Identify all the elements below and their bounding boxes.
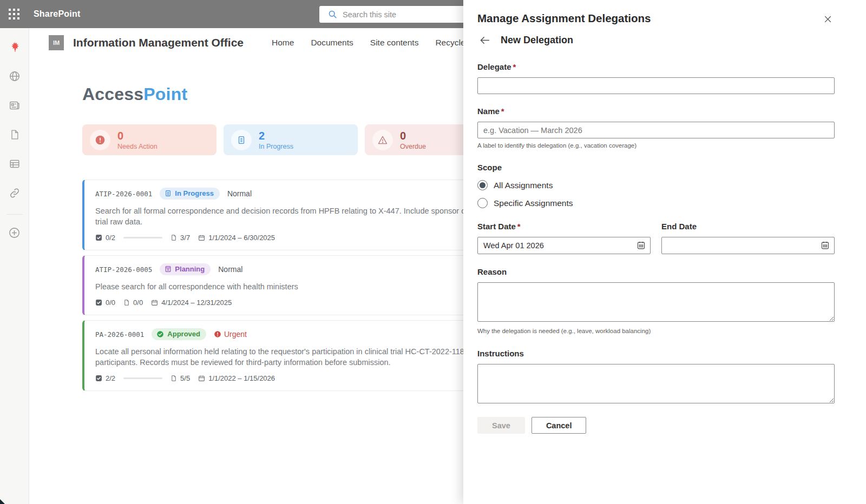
reason-textarea[interactable] <box>477 282 835 322</box>
close-button[interactable] <box>821 12 835 26</box>
docs-count: 5/5 <box>170 374 190 382</box>
page-icon <box>170 234 177 241</box>
rail-divider <box>6 214 23 215</box>
calendar-picker-icon[interactable] <box>821 241 830 250</box>
required-asterisk: * <box>513 62 516 71</box>
radio-specific-assignments[interactable]: Specific Assignments <box>477 198 835 208</box>
nav-documents[interactable]: Documents <box>311 38 353 48</box>
calendar-icon <box>198 234 205 241</box>
delegate-label: Delegate* <box>477 62 835 71</box>
start-date-group: Start Date* <box>477 222 651 254</box>
news-icon[interactable] <box>5 96 24 115</box>
page-icon <box>170 375 177 382</box>
name-label: Name* <box>477 107 835 116</box>
task-id: ATIP-2026-0001 <box>95 190 152 198</box>
stat-label: Overdue <box>400 143 426 150</box>
date-range: 1/1/2022 – 1/15/2026 <box>198 374 275 382</box>
required-asterisk: * <box>517 222 521 231</box>
delegate-input[interactable] <box>477 77 835 94</box>
app-title: SharePoint <box>34 9 80 19</box>
cancel-button[interactable]: Cancel <box>532 417 587 434</box>
panel-subtitle: New Delegation <box>501 35 573 46</box>
reason-label: Reason <box>477 267 835 276</box>
start-date-input[interactable] <box>477 237 651 254</box>
end-date-input[interactable] <box>661 237 835 254</box>
search-icon <box>328 10 337 19</box>
docs-count: 0/0 <box>123 299 143 307</box>
back-arrow-icon <box>479 35 490 46</box>
scope-group: Scope All Assignments Specific Assignmen… <box>477 163 835 208</box>
checkbox-icon <box>95 375 102 382</box>
table-icon[interactable] <box>5 155 24 173</box>
urgent-icon <box>214 330 221 338</box>
site-nav: Home Documents Site contents Recycle bin <box>272 38 479 48</box>
required-asterisk: * <box>501 107 504 116</box>
stat-in-progress[interactable]: 2 In Progress <box>224 124 358 155</box>
add-icon[interactable] <box>5 223 24 242</box>
checklist-count: 2/2 <box>95 374 115 382</box>
bottom-left-artifact <box>0 499 5 504</box>
start-date-label: Start Date* <box>477 222 651 231</box>
task-id: PA-2026-0001 <box>95 330 144 339</box>
name-input[interactable] <box>477 122 835 138</box>
reason-hint: Why the delegation is needed (e.g., leav… <box>477 328 835 334</box>
delegation-form: Delegate* Name* A label to identify this… <box>477 62 835 434</box>
date-range: 4/1/2024 – 12/31/2025 <box>151 299 232 307</box>
end-date-label: End Date <box>661 222 835 231</box>
stat-label: In Progress <box>259 143 293 150</box>
left-rail <box>0 28 29 504</box>
site-avatar[interactable]: IM <box>49 35 64 50</box>
clipboard-icon <box>165 266 172 273</box>
stat-label: Needs Action <box>117 143 158 150</box>
date-row: Start Date* End Date <box>477 222 835 254</box>
end-date-group: End Date <box>661 222 835 254</box>
task-id: ATIP-2026-0005 <box>95 266 152 274</box>
error-circle-icon <box>90 130 110 150</box>
status-badge: In Progress <box>160 188 220 200</box>
calendar-icon <box>198 375 205 382</box>
priority-label: Normal <box>218 265 242 274</box>
instructions-label: Instructions <box>477 349 835 358</box>
page-icon <box>123 299 130 306</box>
instructions-group: Instructions <box>477 349 835 406</box>
name-hint: A label to identify this delegation (e.g… <box>477 142 835 149</box>
nav-site-contents[interactable]: Site contents <box>370 38 419 48</box>
delegation-panel: Manage Assignment Delegations New Delega… <box>463 0 866 504</box>
checklist-count: 0/0 <box>95 299 115 307</box>
close-icon <box>824 15 832 23</box>
back-button[interactable] <box>477 33 491 47</box>
panel-title: Manage Assignment Delegations <box>477 12 651 25</box>
site-title[interactable]: Information Management Office <box>73 36 244 49</box>
progress-bar <box>123 237 162 238</box>
check-circle-icon <box>156 330 164 338</box>
stat-count: 0 <box>117 130 158 142</box>
instructions-textarea[interactable] <box>477 364 835 403</box>
link-icon[interactable] <box>5 184 24 202</box>
maple-leaf-icon[interactable] <box>5 38 24 56</box>
radio-all-assignments[interactable]: All Assignments <box>477 180 835 190</box>
docs-count: 3/7 <box>170 234 190 242</box>
date-range: 1/1/2024 – 6/30/2025 <box>198 234 275 242</box>
radio-selected-icon <box>477 180 488 190</box>
checklist-count: 0/2 <box>95 234 115 242</box>
radio-unselected-icon <box>477 198 488 208</box>
calendar-picker-icon[interactable] <box>637 241 646 250</box>
checkbox-icon <box>95 234 102 241</box>
priority-label: Normal <box>227 189 252 198</box>
priority-label: Urgent <box>214 330 247 339</box>
calendar-icon <box>151 299 158 306</box>
stat-count: 0 <box>400 130 426 142</box>
scope-label: Scope <box>477 163 502 172</box>
progress-bar <box>123 377 162 379</box>
delegate-group: Delegate* <box>477 62 835 94</box>
globe-icon[interactable] <box>5 67 24 85</box>
name-group: Name* A label to identify this delegatio… <box>477 107 835 149</box>
save-button[interactable]: Save <box>477 417 525 434</box>
panel-actions: Save Cancel <box>477 417 835 434</box>
stat-needs-action[interactable]: 0 Needs Action <box>82 124 216 155</box>
app-window: SharePoint <box>0 0 866 504</box>
stat-count: 2 <box>259 130 293 142</box>
nav-home[interactable]: Home <box>272 38 294 48</box>
document-icon[interactable] <box>5 125 24 144</box>
app-launcher-button[interactable] <box>0 0 28 28</box>
